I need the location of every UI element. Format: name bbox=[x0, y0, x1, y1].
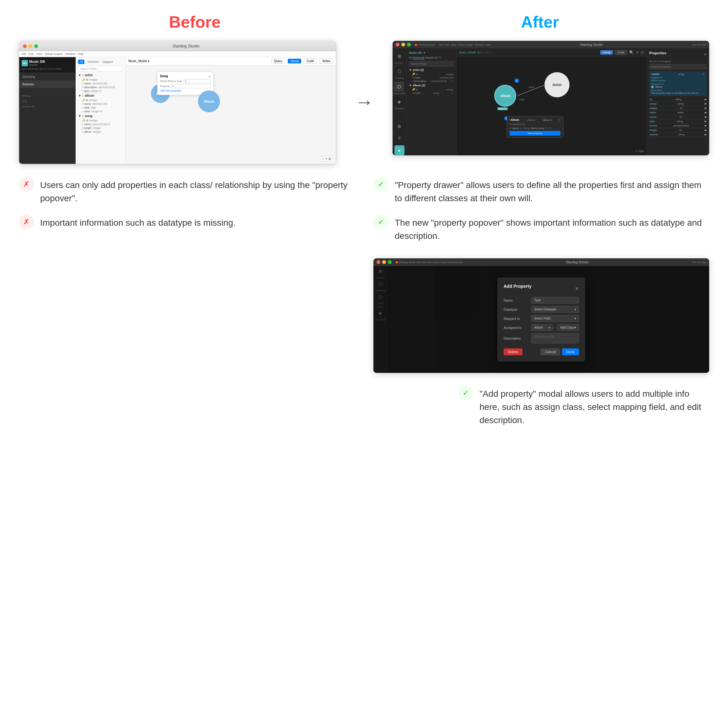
before-tab-all[interactable]: All bbox=[78, 60, 84, 64]
after-minimize-dot[interactable] bbox=[401, 43, 405, 47]
before-menu-help[interactable]: Help bbox=[78, 53, 84, 56]
before-code-btn[interactable]: Code bbox=[304, 58, 317, 64]
after-search-fields[interactable]: Search Fields bbox=[409, 61, 454, 66]
before-zoom-out[interactable]: − bbox=[322, 157, 324, 160]
after-menu-view[interactable]: View bbox=[451, 43, 456, 46]
after-modeling-icon[interactable]: ⬡ bbox=[395, 66, 404, 76]
after-querying-nav[interactable]: ◈ Querying bbox=[395, 97, 404, 110]
modal-cancel-btn[interactable]: Cancel bbox=[540, 348, 560, 355]
after-visual-btn[interactable]: Visual bbox=[600, 50, 613, 54]
after-close-dot[interactable] bbox=[396, 43, 399, 47]
after-menu-vg[interactable]: Virtual Graph bbox=[458, 43, 473, 46]
after-name-prop-edit[interactable]: ✎ bbox=[702, 73, 705, 75]
after-prop-dates[interactable]: :datesdates▶ bbox=[649, 110, 707, 115]
before-visual-btn[interactable]: Visual bbox=[288, 59, 301, 63]
before-notes-tab[interactable]: Notes bbox=[320, 58, 333, 64]
minimize-dot[interactable] bbox=[29, 44, 32, 48]
after-artist-node-wrap[interactable]: Artist bbox=[544, 72, 570, 97]
after-close-btn[interactable]: ✕ bbox=[636, 50, 639, 54]
before-song-id: 🔑 idinteger bbox=[78, 119, 123, 122]
before-zoom-fit[interactable]: ⊡ bbox=[329, 157, 331, 160]
after-album-node-wrap[interactable]: :Album album.it bbox=[494, 85, 516, 107]
after-model-name[interactable]: Music_Model bbox=[459, 51, 476, 54]
close-dot[interactable] bbox=[23, 44, 27, 48]
before-menu-edit[interactable]: Edit bbox=[29, 53, 34, 56]
after-prop-search[interactable]: Search properties bbox=[649, 64, 707, 69]
before-zoom-controls[interactable]: − + ⊡ bbox=[320, 156, 333, 161]
after-vg-icon[interactable]: ⬡ bbox=[394, 81, 404, 92]
after-popup-close[interactable]: ▾ bbox=[559, 119, 561, 121]
after-status-nav[interactable]: ● bbox=[395, 145, 404, 155]
before-menu-vg[interactable]: Virtual Graphs bbox=[45, 53, 62, 56]
before-property-select[interactable]: ▾ bbox=[171, 84, 211, 88]
modal-delete-btn[interactable]: Delete bbox=[503, 348, 523, 355]
modal-max-dot[interactable] bbox=[388, 260, 392, 264]
after-menu-edit[interactable]: Edit bbox=[445, 43, 449, 46]
before-menu-window[interactable]: Window bbox=[65, 53, 75, 56]
after-edit-icon[interactable]: ✎ bbox=[439, 56, 441, 59]
after-menu-stardog[interactable]: 🍎 Stardog Studio bbox=[414, 43, 435, 46]
before-tab-mapped[interactable]: Mapped bbox=[101, 60, 115, 64]
after-tab-mapped[interactable]: Mapped (2) bbox=[425, 56, 438, 59]
after-menu-file[interactable]: File bbox=[439, 43, 443, 46]
after-status-icon[interactable]: ● bbox=[395, 145, 404, 155]
modal-min-dot[interactable] bbox=[382, 260, 386, 264]
before-nav-sources[interactable]: Sources bbox=[19, 81, 75, 88]
after-code-btn[interactable]: Code bbox=[615, 50, 627, 55]
modal-assigned-select[interactable]: Album ▾ bbox=[531, 324, 553, 331]
after-prop-record[interactable]: :recordvarchar(1024)▶ bbox=[649, 124, 707, 128]
after-menu-help[interactable]: Help bbox=[486, 43, 491, 46]
before-menu-file[interactable]: File bbox=[22, 53, 26, 56]
before-tab-selected[interactable]: Selected bbox=[86, 60, 100, 64]
after-sources-icon[interactable]: ⊞ bbox=[395, 51, 404, 61]
after-querying-icon[interactable]: ◈ bbox=[395, 97, 404, 107]
after-expand-icon[interactable]: ⊡ bbox=[641, 50, 644, 54]
after-popup-delete[interactable]: ✕ bbox=[549, 127, 551, 130]
after-prop-id[interactable]: :idstring▶ bbox=[649, 97, 707, 102]
modal-mapped-select[interactable]: Select Field ▾ bbox=[531, 315, 579, 322]
after-menu-window[interactable]: Window bbox=[475, 43, 484, 46]
after-search-icon[interactable]: 🔍 bbox=[629, 50, 634, 54]
modal-close-btn[interactable]: ✕ bbox=[575, 286, 579, 291]
after-properties-settings[interactable]: ⚙ bbox=[704, 53, 707, 56]
after-prop-tracks[interactable]: :tracksint▶ bbox=[649, 115, 707, 119]
before-nav-connect[interactable]: Connect 3D bbox=[19, 104, 75, 109]
after-settings-icon[interactable]: ⚙ bbox=[395, 121, 404, 131]
after-prop-length[interactable]: :lengthint▶ bbox=[649, 128, 707, 133]
after-tab-all[interactable]: All bbox=[409, 56, 412, 59]
modal-done-btn[interactable]: Done bbox=[562, 348, 579, 355]
after-vg-nav[interactable]: ⬡ Virtual graph bbox=[393, 81, 406, 95]
after-field-sidebar: Music DB ▼ All Pinned (8) Mapped (2) ✎ S… bbox=[406, 49, 457, 155]
modal-desc-input[interactable]: Describe entity bbox=[531, 333, 579, 343]
after-help-nav[interactable]: ? bbox=[395, 133, 404, 143]
modal-close-dot[interactable] bbox=[377, 260, 380, 264]
after-prop-stages[interactable]: :stagesint▶ bbox=[649, 106, 707, 110]
after-prop-awards[interactable]: :awardsstring▶ bbox=[649, 133, 707, 137]
before-search-fields[interactable]: Search fields... bbox=[78, 66, 123, 72]
modal-addclass-select[interactable]: Add Class ▾ bbox=[557, 324, 579, 331]
after-prop-type[interactable]: :typestring▶ bbox=[649, 119, 707, 124]
before-nav-settings[interactable]: Settings bbox=[19, 88, 75, 98]
after-modeling-nav[interactable]: ⬡ Modeling bbox=[395, 66, 404, 79]
before-menu-view[interactable]: View bbox=[36, 53, 42, 56]
after-name-prop-row[interactable]: :name string ✎ Mapped to album.name Assi… bbox=[649, 71, 707, 96]
after-tab-pinned[interactable]: Pinned (8) bbox=[413, 56, 424, 59]
after-canvas-area: 1 :Album album.it Artist bbox=[457, 56, 647, 155]
before-nav-help[interactable]: Help bbox=[19, 98, 75, 104]
before-popover-close[interactable]: ✕ bbox=[208, 75, 211, 78]
after-help-icon[interactable]: ? bbox=[395, 133, 404, 143]
after-prop-songs[interactable]: :songsstring▶ bbox=[649, 102, 707, 106]
after-popup-pencil[interactable]: ✎ bbox=[546, 127, 548, 130]
after-sources-nav[interactable]: ⊞ Sources bbox=[395, 51, 404, 64]
modal-datatype-select[interactable]: Select Datatype ▾ bbox=[531, 306, 579, 312]
after-add-property-btn[interactable]: Add property bbox=[509, 131, 561, 136]
modal-name-input[interactable]: Type bbox=[531, 297, 579, 303]
before-select-dropdown[interactable]: ▾ bbox=[183, 79, 211, 83]
maximize-dot[interactable] bbox=[34, 44, 38, 48]
modal-assigned-label: Assigned to bbox=[503, 326, 529, 330]
before-zoom-plus[interactable]: + bbox=[326, 157, 327, 160]
before-query-btn[interactable]: Query bbox=[271, 58, 285, 64]
before-nav-querying[interactable]: Querying bbox=[19, 73, 75, 81]
after-settings-nav[interactable]: ⚙ bbox=[395, 121, 404, 131]
after-maximize-dot[interactable] bbox=[407, 43, 411, 47]
